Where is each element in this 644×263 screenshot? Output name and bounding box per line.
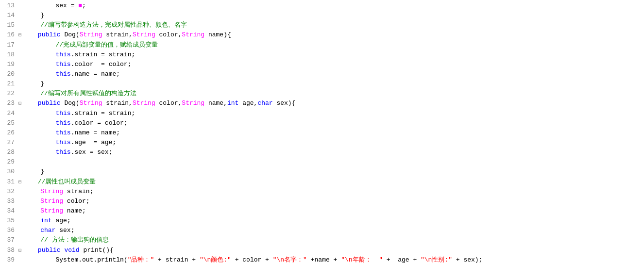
code-line: 20 this.name = name; (0, 69, 644, 79)
line-number: 33 (0, 197, 18, 206)
code-token: name; (63, 207, 86, 214)
code-token (25, 61, 55, 68)
code-line: 38⊟ public void print(){ (0, 246, 644, 255)
code-token (25, 188, 40, 195)
code-token: + sex); (452, 256, 482, 263)
code-token: sex = (25, 2, 78, 9)
code-line: 32 String strain; (0, 187, 644, 197)
code-token: this (55, 148, 70, 156)
line-number: 21 (0, 79, 18, 89)
code-token: +name + (307, 256, 341, 263)
code-token: color, (155, 99, 182, 107)
code-token: .sex = sex; (71, 148, 113, 156)
line-number: 34 (0, 206, 18, 216)
fold-marker[interactable]: ⊟ (18, 31, 22, 39)
code-token: char (257, 99, 272, 107)
line-content: System.out.println("品种：" + strain + "\n颜… (25, 255, 644, 263)
line-number: 31 (0, 177, 18, 187)
code-token: //编写对所有属性赋值的构造方法 (25, 90, 136, 97)
line-number: 38 (0, 246, 18, 255)
code-token: + age + (383, 256, 421, 263)
line-content: this.color = color; (25, 118, 644, 128)
code-token: sex; (55, 227, 74, 234)
code-editor: 13 sex = ■;14 }15 //编写带参构造方法，完成对属性品种、颜色、… (0, 0, 644, 263)
code-token: //编写带参构造方法，完成对属性品种、颜色、名字 (25, 21, 187, 29)
code-token (25, 51, 55, 58)
line-number: 39 (0, 255, 18, 263)
code-token (25, 148, 55, 156)
code-line: 31⊟ //属性也叫成员变量 (0, 177, 644, 187)
line-content: } (25, 11, 644, 20)
code-token: age, (238, 99, 257, 107)
line-number: 23 (0, 99, 18, 108)
code-token (25, 139, 55, 146)
line-number: 37 (0, 235, 18, 245)
code-token: String (182, 31, 204, 38)
code-token: int (227, 99, 238, 107)
code-line: 14 } (0, 11, 644, 20)
code-token: String (182, 99, 204, 107)
line-content: } (25, 79, 644, 89)
code-token: //完成局部变量的值，赋给成员变量 (25, 41, 158, 49)
line-content: this.strain = strain; (25, 109, 644, 118)
line-content: char sex; (25, 226, 644, 235)
code-token: String (40, 188, 63, 195)
code-token: this (55, 129, 70, 136)
code-token: this (55, 139, 70, 146)
line-number: 27 (0, 138, 18, 148)
line-number: 35 (0, 216, 18, 226)
code-token: .strain = strain; (71, 51, 136, 58)
line-number: 14 (0, 11, 18, 20)
code-line: 29 (0, 157, 644, 167)
fold-marker[interactable]: ⊟ (18, 178, 22, 186)
line-number: 22 (0, 89, 18, 99)
line-content: //编写带参构造方法，完成对属性品种、颜色、名字 (25, 20, 644, 30)
code-token: .name = name; (71, 129, 120, 136)
code-line: 25 this.color = color; (0, 118, 644, 128)
code-line: 37 // 方法：输出狗的信息 (0, 235, 644, 245)
code-token: + color + (231, 256, 273, 263)
line-number: 24 (0, 109, 18, 118)
code-token: age; (52, 217, 71, 224)
code-token: "\n名字：" (273, 256, 307, 263)
code-token: } (25, 168, 44, 175)
code-token: public (38, 247, 61, 254)
code-token: name){ (204, 31, 231, 38)
code-token: sex){ (273, 99, 296, 107)
code-line: 26 this.name = name; (0, 128, 644, 138)
fold-marker[interactable]: ⊟ (18, 247, 22, 255)
code-token: name, (204, 99, 227, 107)
line-content: //完成局部变量的值，赋给成员变量 (25, 40, 644, 50)
code-token (23, 99, 38, 107)
code-token: this (55, 61, 70, 68)
code-token: String (80, 99, 102, 107)
code-token: ; (82, 2, 86, 9)
line-number: 13 (0, 1, 18, 11)
code-token: this (55, 51, 70, 58)
code-token (25, 207, 40, 214)
line-content: public Dog(String strain,String color,St… (23, 99, 644, 108)
code-token: void (64, 247, 79, 254)
line-number: 28 (0, 148, 18, 157)
code-token: System.out.println( (25, 256, 128, 263)
line-content: String strain; (25, 187, 644, 197)
code-token (25, 129, 55, 136)
code-token: ■ (78, 2, 82, 9)
code-token (25, 70, 55, 78)
code-line: 22 //编写对所有属性赋值的构造方法 (0, 89, 644, 99)
code-token: .name = name; (71, 70, 120, 78)
code-token: Dog( (61, 99, 80, 107)
code-token: strain, (102, 31, 132, 38)
line-number: 17 (0, 40, 18, 50)
line-content: this.name = name; (25, 128, 644, 138)
code-line: 27 this.age = age; (0, 138, 644, 148)
code-token: color; (63, 197, 90, 205)
line-content: this.sex = sex; (25, 148, 644, 157)
line-content: //编写对所有属性赋值的构造方法 (25, 89, 644, 99)
line-number: 15 (0, 20, 18, 30)
code-token: Dog( (61, 31, 80, 38)
line-content: public void print(){ (23, 246, 644, 255)
code-line: 28 this.sex = sex; (0, 148, 644, 157)
code-token: .strain = strain; (71, 110, 136, 117)
fold-marker[interactable]: ⊟ (18, 99, 22, 108)
